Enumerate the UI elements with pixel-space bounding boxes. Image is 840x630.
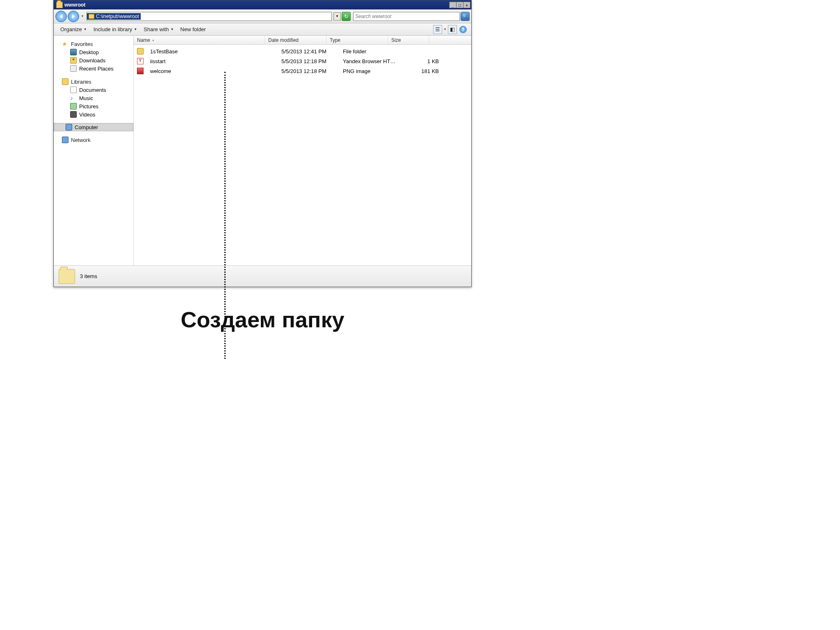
titlebar[interactable]: wwwroot _ □ ✕ <box>54 0 471 9</box>
include-label: Include in library <box>94 26 132 32</box>
folder-icon <box>56 2 63 8</box>
column-date[interactable]: Date modified <box>265 36 326 44</box>
file-name: 1sTestBase <box>147 47 278 56</box>
file-type: File folder <box>340 47 401 56</box>
sidebar: ★Favorites Desktop Downloads Recent Plac… <box>54 36 134 265</box>
chevron-down-icon: ▼ <box>134 27 137 31</box>
downloads-icon <box>70 57 77 64</box>
star-icon: ★ <box>62 41 68 47</box>
documents-icon <box>70 87 77 93</box>
status-text: 3 items <box>80 273 97 279</box>
folder-icon <box>59 269 75 284</box>
sidebar-item-computer[interactable]: Computer <box>54 123 133 131</box>
refresh-button[interactable]: ↻ <box>342 12 351 21</box>
file-size: 181 KB <box>401 67 442 75</box>
file-size: 1 KB <box>401 57 442 66</box>
address-dropdown[interactable]: ▼ <box>333 12 341 21</box>
file-row[interactable]: 1sTestBase 5/5/2013 12:41 PM File folder <box>134 46 471 56</box>
body: ★Favorites Desktop Downloads Recent Plac… <box>54 36 471 265</box>
file-date: 5/5/2013 12:41 PM <box>278 47 340 56</box>
include-library-menu[interactable]: Include in library▼ <box>90 25 141 34</box>
downloads-label: Downloads <box>79 57 105 64</box>
sidebar-libraries[interactable]: Libraries <box>54 78 133 86</box>
window-title: wwwroot <box>64 2 449 8</box>
search-box[interactable] <box>353 12 460 21</box>
minimize-button[interactable]: _ <box>449 2 457 8</box>
back-button[interactable] <box>55 11 67 22</box>
chevron-down-icon: ▼ <box>171 27 174 31</box>
address-text: C:\inetpub\wwwroot <box>96 14 139 19</box>
network-label: Network <box>71 137 91 143</box>
sidebar-item-videos[interactable]: Videos <box>54 110 133 119</box>
column-name[interactable]: Name <box>134 36 265 44</box>
file-type: PNG image <box>340 67 401 75</box>
help-button[interactable]: ? <box>459 26 467 33</box>
network-icon <box>62 137 68 143</box>
file-size <box>401 50 442 52</box>
new-folder-button[interactable]: New folder <box>177 25 209 34</box>
file-row[interactable]: iisstart 5/5/2013 12:18 PM Yandex Browse… <box>134 56 471 66</box>
sidebar-item-recent[interactable]: Recent Places <box>54 64 133 73</box>
explorer-window: wwwroot _ □ ✕ ▼ C:\inetpub\wwwroot ▼ ↻ <box>53 0 472 287</box>
sidebar-favorites[interactable]: ★Favorites <box>54 40 133 48</box>
preview-pane-button[interactable]: ◧ <box>448 25 457 34</box>
col-type-label: Type <box>330 37 340 43</box>
search-input[interactable] <box>354 14 459 19</box>
col-name-label: Name <box>137 37 150 43</box>
search-button[interactable]: 🔍 <box>461 12 470 21</box>
view-dropdown[interactable]: ▼ <box>443 27 447 31</box>
column-headers: Name Date modified Type Size <box>134 36 471 45</box>
videos-icon <box>70 111 77 118</box>
sidebar-item-documents[interactable]: Documents <box>54 86 133 94</box>
file-list-area: Name Date modified Type Size 1sTestBase … <box>134 36 471 265</box>
music-label: Music <box>79 95 93 101</box>
file-date: 5/5/2013 12:18 PM <box>278 57 340 66</box>
pictures-label: Pictures <box>79 103 98 110</box>
computer-icon <box>66 124 72 130</box>
html-file-icon <box>137 58 144 64</box>
col-date-label: Date modified <box>268 37 299 43</box>
newfolder-label: New folder <box>180 26 206 32</box>
organize-menu[interactable]: Organize▼ <box>57 25 90 34</box>
videos-label: Videos <box>79 112 96 118</box>
documents-label: Documents <box>79 87 106 93</box>
share-label: Share with <box>144 26 169 32</box>
desktop-icon <box>70 49 77 55</box>
file-date: 5/5/2013 12:18 PM <box>278 67 340 75</box>
sidebar-item-pictures[interactable]: Pictures <box>54 102 133 110</box>
folder-icon <box>137 48 144 55</box>
stage: wwwroot _ □ ✕ ▼ C:\inetpub\wwwroot ▼ ↻ <box>53 0 472 332</box>
address-bar[interactable]: C:\inetpub\wwwroot <box>87 12 332 21</box>
sidebar-item-music[interactable]: ♪Music <box>54 94 133 102</box>
file-row[interactable]: welcome 5/5/2013 12:18 PM PNG image 181 … <box>134 66 471 76</box>
file-rows: 1sTestBase 5/5/2013 12:41 PM File folder… <box>134 45 471 265</box>
view-options-button[interactable]: ☰ <box>433 25 442 34</box>
music-icon: ♪ <box>70 95 77 101</box>
window-controls: _ □ ✕ <box>449 2 470 8</box>
libraries-icon <box>62 78 68 85</box>
column-size[interactable]: Size <box>388 36 429 44</box>
sidebar-item-desktop[interactable]: Desktop <box>54 48 133 56</box>
pictures-icon <box>70 103 77 110</box>
file-name: welcome <box>147 67 278 75</box>
forward-button[interactable] <box>68 11 79 22</box>
sidebar-item-downloads[interactable]: Downloads <box>54 56 133 64</box>
favorites-label: Favorites <box>71 41 93 47</box>
sidebar-item-network[interactable]: Network <box>54 136 133 144</box>
recent-label: Recent Places <box>79 66 114 72</box>
column-type[interactable]: Type <box>326 36 388 44</box>
toolbar: Organize▼ Include in library▼ Share with… <box>54 23 471 36</box>
folder-icon <box>89 14 94 19</box>
address-path: C:\inetpub\wwwroot <box>87 13 141 20</box>
close-button[interactable]: ✕ <box>463 2 470 8</box>
nav-history-dropdown[interactable]: ▼ <box>80 14 85 18</box>
maximize-button[interactable]: □ <box>456 2 463 8</box>
chevron-down-icon: ▼ <box>84 27 87 31</box>
share-with-menu[interactable]: Share with▼ <box>140 25 177 34</box>
desktop-label: Desktop <box>79 49 99 55</box>
status-bar: 3 items <box>54 265 471 287</box>
file-type: Yandex Browser HT… <box>340 57 401 66</box>
organize-label: Organize <box>60 26 82 32</box>
slide-caption: Создаем папку <box>53 307 472 332</box>
nav-row: ▼ C:\inetpub\wwwroot ▼ ↻ 🔍 <box>54 9 471 23</box>
